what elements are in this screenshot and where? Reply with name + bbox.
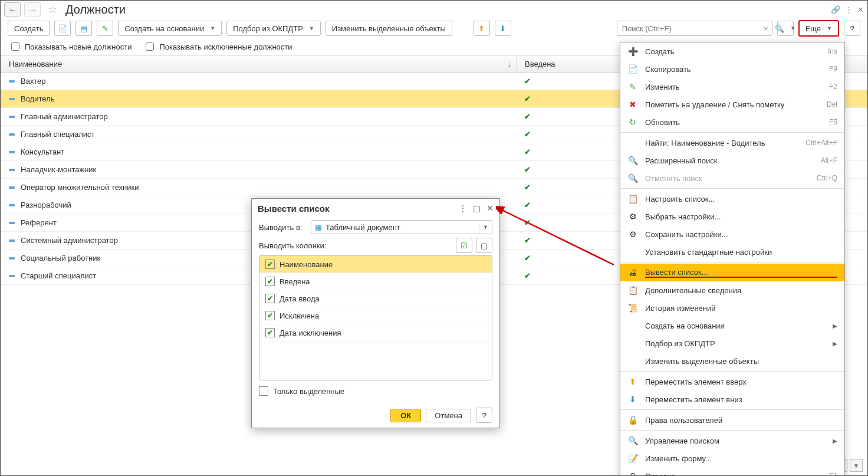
move-down-button[interactable]: ⬇ (495, 21, 511, 36)
kebab-icon[interactable]: ⋮ (845, 5, 853, 14)
menu-item[interactable]: ⚙Сохранить настройки... (620, 225, 844, 243)
search-button[interactable]: 🔍▼ (777, 21, 794, 36)
page-title: Должности (65, 3, 126, 17)
list-item[interactable]: ✔Введена (259, 273, 492, 290)
menu-item[interactable]: ⬆Переместить элемент вверх (620, 373, 844, 390)
column-name[interactable]: Наименование↓ (1, 55, 517, 72)
scroll-down-button[interactable]: ▼ (850, 459, 863, 472)
menu-item[interactable]: 🖨Вывести список... (620, 264, 844, 281)
create-button[interactable]: Создать (8, 21, 50, 36)
dialog-title: Вывести список (258, 203, 330, 214)
dialog-maximize-icon[interactable]: ▢ (473, 203, 481, 213)
search-input[interactable]: × (617, 21, 772, 36)
cols-label: Выводить колонки: (259, 241, 326, 250)
create-based-button[interactable]: Создать на основании▼ (118, 21, 222, 36)
check-all-button[interactable]: ☑ (456, 238, 472, 253)
move-up-button[interactable]: ⬆ (474, 21, 490, 36)
dialog-close-icon[interactable]: ✕ (486, 203, 494, 213)
menu-item[interactable]: ↻ОбновитьF5 (620, 113, 844, 131)
menu-item[interactable]: ⚙Выбрать настройки... (620, 208, 844, 225)
more-menu: ➕СоздатьIns📄СкопироватьF9✎ИзменитьF2✖Пом… (620, 42, 845, 476)
change-selected-button[interactable]: Изменить выделенные объекты (326, 21, 452, 36)
menu-item[interactable]: Установить стандартные настройки (620, 243, 844, 261)
output-to-label: Выводить в: (259, 223, 306, 232)
show-excluded-checkbox[interactable]: Показывать исключенные должности (143, 41, 292, 52)
more-button[interactable]: Еще▼ (798, 20, 839, 37)
edit-button[interactable]: ✎ (97, 21, 113, 36)
clear-search-icon[interactable]: × (764, 24, 768, 33)
copy-button[interactable]: 📄 (54, 21, 71, 36)
menu-item[interactable]: Подбор из ОКПДТР▶ (620, 334, 844, 352)
help-button[interactable]: ? (844, 21, 860, 36)
menu-item[interactable]: 📋Настроить список... (620, 190, 844, 208)
dialog-kebab-icon[interactable]: ⋮ (459, 203, 467, 213)
favorite-icon[interactable]: ☆ (48, 3, 57, 16)
menu-item[interactable]: 🔍Управление поиском▶ (620, 432, 844, 449)
menu-item[interactable]: 📋Дополнительные сведения (620, 281, 844, 299)
menu-item[interactable]: ✎ИзменитьF2 (620, 78, 844, 96)
list-item[interactable]: ✔Наименование (259, 256, 492, 273)
only-selected-checkbox[interactable]: Только выделенные (259, 386, 492, 396)
menu-item[interactable]: 📄СкопироватьF9 (620, 60, 844, 78)
back-button[interactable]: ← (4, 2, 21, 17)
menu-item[interactable]: Изменить выделенные объекты (620, 352, 844, 370)
menu-item[interactable]: 🔒Права пользователей (620, 411, 844, 429)
columns-listbox[interactable]: ✔Наименование✔Введена✔Дата ввода✔Исключе… (259, 255, 492, 380)
close-icon[interactable]: ✕ (857, 5, 864, 14)
show-new-checkbox[interactable]: Показывать новые должности (9, 41, 131, 52)
menu-item[interactable]: ➕СоздатьIns (620, 42, 844, 60)
dialog-help-button[interactable]: ? (476, 408, 492, 423)
link-icon[interactable]: 🔗 (831, 5, 840, 14)
menu-item[interactable]: 📜История изменений (620, 299, 844, 317)
menu-item[interactable]: 🔍Расширенный поискAlt+F (620, 152, 844, 169)
list-button[interactable]: ▤ (75, 21, 92, 36)
uncheck-all-button[interactable]: ▢ (476, 238, 492, 253)
pick-okpdtr-button[interactable]: Подбор из ОКПДТР▼ (226, 21, 321, 36)
menu-item[interactable]: 📝Изменить форму... (620, 449, 844, 467)
menu-item[interactable]: Создать на основании▶ (620, 317, 844, 334)
list-item[interactable]: ✔Исключена (259, 307, 492, 324)
output-list-dialog: Вывести список ⋮ ▢ ✕ Выводить в: ▦ Табли… (251, 198, 500, 428)
menu-item[interactable]: ?СправкаF1 (620, 467, 844, 476)
ok-button[interactable]: ОК (390, 409, 421, 422)
forward-button[interactable]: → (24, 2, 41, 17)
list-item[interactable]: ✔Дата ввода (259, 290, 492, 307)
menu-item[interactable]: 🔍Отменить поискCtrl+Q (620, 169, 844, 187)
menu-item[interactable]: ⬇Переместить элемент вниз (620, 390, 844, 408)
list-item[interactable]: ✔Дата исключения (259, 324, 492, 342)
output-to-select[interactable]: ▦ Табличный документ ▼ (311, 220, 492, 234)
cancel-button[interactable]: Отмена (426, 409, 471, 422)
menu-item[interactable]: Найти: Наименование - ВодительCtrl+Alt+F (620, 134, 844, 152)
menu-item[interactable]: ✖Пометить на удаление / Снять пометкуDel (620, 96, 844, 113)
